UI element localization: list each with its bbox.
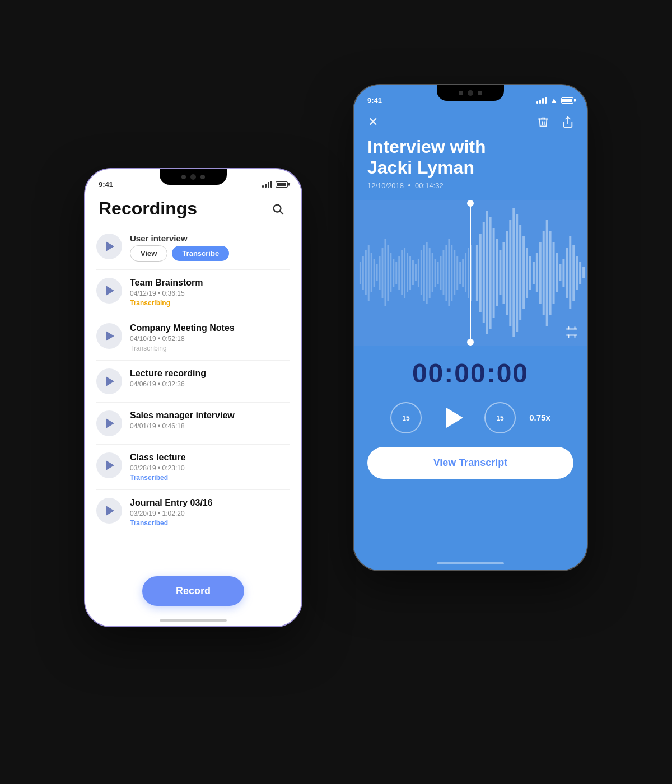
svg-rect-31 — [569, 236, 571, 309]
svg-rect-37 — [362, 256, 364, 290]
crop-button[interactable] — [566, 326, 578, 341]
notch — [160, 169, 227, 185]
recording-meta: 04/10/19 • 0:52:18 — [130, 335, 290, 343]
playhead-bottom — [467, 339, 474, 346]
play-button-journal[interactable] — [96, 498, 122, 524]
play-icon — [106, 506, 114, 516]
detail-duration: 00:14:32 — [415, 181, 444, 190]
detail-title-section: Interview with Jacki Lyman 12/10/2018 00… — [354, 130, 587, 194]
share-button[interactable] — [560, 114, 576, 130]
speed-control[interactable]: 0.75x — [529, 413, 550, 422]
svg-rect-68 — [448, 239, 450, 306]
divider-6 — [96, 489, 290, 490]
svg-line-1 — [280, 211, 283, 214]
recording-meta: 03/20/19 • 1:02:20 — [130, 510, 290, 517]
svg-rect-25 — [549, 231, 552, 315]
list-item[interactable]: Journal Entry 03/16 03/20/19 • 1:02:20 T… — [85, 492, 301, 533]
detail-meta: 12/10/2018 00:14:32 — [367, 181, 573, 190]
play-button-user-interview[interactable] — [96, 234, 122, 259]
list-item[interactable]: Company Meeting Notes 04/10/19 • 0:52:18… — [85, 318, 301, 358]
svg-rect-52 — [404, 248, 405, 298]
svg-rect-27 — [556, 253, 558, 292]
list-item[interactable]: Class lecture 03/28/19 • 0:23:10 Transcr… — [85, 447, 301, 487]
transcribe-button[interactable]: Transcribe — [172, 246, 229, 261]
svg-rect-18 — [526, 248, 528, 298]
svg-rect-45 — [384, 239, 386, 306]
svg-rect-56 — [415, 264, 417, 281]
playhead-line — [470, 200, 471, 346]
svg-rect-67 — [445, 245, 447, 301]
user-interview-name: User interview — [130, 234, 229, 243]
svg-rect-35 — [582, 267, 585, 278]
recording-meta: 04/12/19 • 0:36:15 — [130, 290, 290, 297]
recording-item-user-interview: User interview View Transcribe — [85, 228, 301, 267]
signal-icon — [262, 181, 272, 188]
play-button-sales-manager[interactable] — [96, 410, 122, 436]
record-button-container: Record — [142, 576, 244, 606]
svg-rect-62 — [432, 253, 433, 292]
notch-camera — [190, 174, 196, 180]
notch-camera-right — [468, 90, 473, 96]
svg-text:15: 15 — [403, 414, 410, 422]
skip-back-button[interactable]: 15 — [390, 402, 422, 433]
list-item[interactable]: Sales manager interview 04/01/19 • 0:46:… — [85, 405, 301, 442]
battery-icon-right — [561, 97, 573, 104]
signal-bar-4 — [545, 97, 547, 104]
crop-icon — [566, 326, 578, 338]
sales-manager-info: Sales manager interview 04/01/19 • 0:46:… — [130, 410, 290, 432]
play-icon — [106, 376, 114, 386]
recording-status: Transcribing — [130, 344, 290, 352]
svg-rect-75 — [468, 248, 469, 298]
svg-rect-12 — [506, 231, 508, 315]
recording-name: Sales manager interview — [130, 410, 290, 421]
svg-rect-63 — [435, 259, 436, 287]
svg-rect-59 — [423, 245, 425, 301]
svg-rect-50 — [398, 256, 400, 290]
play-button-class-lecture[interactable] — [96, 452, 122, 478]
company-meeting-info: Company Meeting Notes 04/10/19 • 0:52:18… — [130, 323, 290, 352]
list-item[interactable]: Lecture recording 04/06/19 • 0:32:36 — [85, 363, 301, 400]
play-icon — [106, 460, 114, 470]
view-button[interactable]: View — [130, 245, 167, 262]
recording-meta: 04/01/19 • 0:46:18 — [130, 422, 290, 430]
close-button[interactable]: ✕ — [365, 114, 381, 130]
svg-rect-23 — [543, 231, 545, 315]
recording-name: Lecture recording — [130, 368, 290, 379]
svg-rect-46 — [387, 245, 389, 301]
view-transcript-button[interactable]: View Transcript — [367, 447, 573, 479]
record-button[interactable]: Record — [142, 576, 244, 606]
recordings-phone: 9:41 Recordings — [84, 168, 302, 627]
notch-dot-1 — [181, 175, 186, 179]
status-time-right: 9:41 — [367, 96, 382, 105]
signal-bar-4 — [270, 181, 272, 188]
svg-rect-28 — [559, 264, 561, 281]
play-button-team-brainstorm[interactable] — [96, 278, 122, 304]
svg-rect-60 — [426, 242, 428, 304]
recording-status: Transcribed — [130, 474, 290, 482]
play-button-lecture[interactable] — [96, 368, 122, 394]
divider-1 — [96, 269, 290, 270]
list-item[interactable]: Team Brainstorm 04/12/19 • 0:36:15 Trans… — [85, 272, 301, 312]
play-icon — [106, 241, 114, 251]
recording-name: Class lecture — [130, 452, 290, 463]
play-pause-button[interactable] — [435, 400, 471, 436]
svg-rect-61 — [429, 248, 431, 298]
recordings-header: Recordings — [85, 194, 301, 228]
search-button[interactable] — [268, 199, 288, 219]
skip-forward-button[interactable]: 15 — [484, 402, 516, 433]
svg-rect-65 — [440, 256, 442, 290]
divider-4 — [96, 402, 290, 403]
svg-rect-34 — [579, 262, 581, 284]
play-button-company-meeting[interactable] — [96, 323, 122, 349]
battery-fill — [277, 183, 286, 186]
divider-2 — [96, 315, 290, 315]
svg-rect-19 — [529, 256, 531, 290]
delete-button[interactable] — [535, 114, 551, 130]
svg-rect-58 — [421, 250, 422, 295]
notch-right — [437, 85, 504, 101]
svg-rect-33 — [576, 256, 578, 290]
signal-bar-3 — [542, 98, 544, 104]
signal-bar-3 — [268, 182, 269, 188]
svg-rect-17 — [522, 236, 525, 309]
svg-rect-5 — [483, 222, 485, 323]
